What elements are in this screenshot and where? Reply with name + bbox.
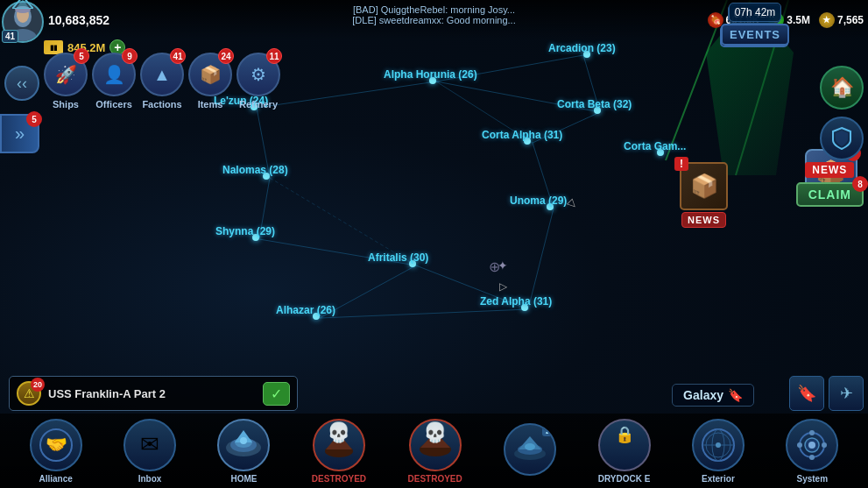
nav-factions[interactable]: ▲ Factions 41: [140, 53, 184, 110]
bottom-inbox[interactable]: ✉ Inbox: [123, 419, 176, 484]
inbox-icon: ✉: [123, 419, 176, 471]
factions-badge: 41: [170, 48, 186, 64]
quest-check-button[interactable]: ✓: [263, 382, 290, 406]
bookmark-icon[interactable]: 🔖: [728, 388, 743, 402]
green-resource-value: 3.5M: [787, 14, 810, 26]
svg-point-49: [808, 442, 815, 449]
notification-badge: 5: [26, 111, 42, 127]
quest-title: USS Franklin-A Part 2: [48, 387, 256, 400]
player-score: 10,683,852: [48, 13, 109, 27]
shield-button[interactable]: [820, 117, 864, 160]
notification-button[interactable]: » 5: [0, 114, 39, 153]
star-system-shynna[interactable]: Shynna (29): [215, 225, 275, 237]
star-system-corta-beta[interactable]: Corta Beta (32): [557, 98, 632, 110]
star-system-unoma[interactable]: Unoma (29): [510, 194, 567, 207]
exterior-icon: [692, 419, 745, 471]
star-system-zed-alpha[interactable]: Zed Alpha (31): [480, 295, 552, 308]
ship-icon-1: ▷: [499, 280, 507, 293]
home-ship-icon: [217, 419, 270, 471]
nav-officers[interactable]: 👤 Officers 9: [92, 53, 136, 110]
chat-line-2: [DLE] sweetdreamxx: Good morning...: [352, 15, 515, 25]
svg-point-47: [809, 455, 815, 460]
resource-gold: ★ 7,565: [819, 12, 864, 28]
svg-point-37: [525, 443, 535, 450]
sleep-badge: Z: [542, 425, 554, 436]
chat-area: [BAD] QuiggtheRebel: morning Josy... [DL…: [352, 4, 515, 25]
home-label: HOME: [230, 474, 257, 484]
right-side-icons: 🏠: [820, 66, 868, 160]
top-stats: 10,683,852: [48, 13, 118, 27]
star-system-nalomas[interactable]: Nalomas (28): [222, 164, 288, 176]
avatar-container[interactable]: 41: [2, 1, 44, 43]
player-level: 41: [2, 30, 18, 43]
galaxy-label: Galaxy 🔖: [672, 384, 754, 407]
svg-point-29: [240, 437, 247, 444]
drydock-icon: 🔒: [598, 419, 651, 471]
destroyed-label-2: DESTROYED: [407, 474, 462, 484]
refinery-badge: 11: [266, 48, 282, 64]
exterior-label: Exterior: [702, 474, 735, 484]
map-move-button[interactable]: ✈: [829, 376, 864, 411]
svg-point-46: [822, 442, 827, 448]
ships-badge: 5: [74, 48, 89, 64]
svg-point-48: [797, 442, 802, 448]
news-crate-icon: 📦 !: [680, 162, 728, 210]
bottom-bar: 🤝 Alliance ✉ Inbox HOME 💀: [0, 414, 868, 488]
officers-badge: 9: [122, 48, 138, 64]
notification-panel: » 5: [0, 114, 39, 153]
probe-icon-2: ⊕: [489, 258, 500, 275]
star-system-alpha-horunia[interactable]: Alpha Horunia (26): [384, 68, 477, 81]
svg-text:🤝: 🤝: [45, 434, 67, 455]
star-system-arcadion[interactable]: Arcadion (23): [548, 42, 616, 54]
back-button[interactable]: ‹‹: [4, 66, 39, 101]
alliance-icon: 🤝: [30, 419, 82, 471]
home-quick-button[interactable]: 🏠: [820, 66, 864, 110]
factions-label: Factions: [142, 99, 181, 110]
map-bookmark-button[interactable]: 🔖: [789, 376, 824, 411]
svg-point-45: [809, 430, 815, 435]
bottom-alliance[interactable]: 🤝 Alliance: [30, 419, 82, 484]
news-box[interactable]: NEWS: [681, 212, 726, 228]
refinery-label: Refinery: [239, 99, 278, 110]
news-button[interactable]: NEWS: [805, 162, 854, 178]
claim-badge: 8: [852, 176, 868, 192]
map-controls: 🔖 ✈: [789, 376, 864, 411]
galaxy-text: Galaxy: [683, 388, 723, 402]
quest-bar: ⚠ 20 USS Franklin-A Part 2 ✓: [9, 376, 298, 411]
destroyed-ship-1-icon: 💀: [313, 419, 365, 471]
nav-ships[interactable]: 🚀 Ships 5: [44, 53, 88, 110]
bottom-system[interactable]: System: [786, 419, 838, 484]
nav-refinery[interactable]: ⚙ Refinery 11: [236, 53, 280, 110]
bottom-exterior[interactable]: Exterior: [692, 419, 745, 484]
star-system-corta-alpha[interactable]: Corta Alpha (31): [482, 129, 562, 141]
chat-line-1: [BAD] QuiggtheRebel: morning Josy...: [352, 4, 515, 15]
events-btn-top[interactable]: EVENTS: [721, 24, 789, 46]
nav-row: ‹‹ 🚀 Ships 5 👤 Officers 9 ▲ Factions 41 …: [0, 53, 280, 110]
map-news-item: 📦 ! NEWS: [680, 162, 728, 228]
exclaim-icon: !: [674, 157, 688, 171]
events-top-area: 07h 42m EVENTS: [721, 3, 789, 46]
nav-items[interactable]: 📦 Items 24: [188, 53, 232, 110]
bottom-home[interactable]: HOME: [217, 419, 270, 484]
gold-resource-value: 7,565: [837, 14, 864, 26]
svg-line-3: [257, 81, 436, 108]
bottom-destroyed-1[interactable]: 💀 DESTROYED: [312, 419, 366, 484]
bottom-sleep-ship[interactable]: Z: [504, 423, 556, 478]
inbox-label: Inbox: [138, 474, 162, 484]
bottom-drydock[interactable]: 🔒 DRYDOCK E: [598, 419, 651, 484]
star-system-alhazar[interactable]: Alhazar (26): [276, 304, 335, 316]
quest-number: 20: [31, 378, 45, 392]
skull-icon-2: 💀: [423, 421, 447, 444]
star-system-corta-gamma[interactable]: Corta Gam...: [624, 140, 686, 152]
bottom-destroyed-2[interactable]: 💀 DESTROYED: [407, 419, 462, 484]
skull-icon-1: 💀: [327, 421, 350, 444]
news-claim-area: NEWS CLAIM 8: [796, 162, 864, 207]
svg-point-42: [716, 442, 721, 448]
destroyed-ship-2-icon: 💀: [409, 419, 462, 471]
star-system-afritalis[interactable]: Afritalis (30): [368, 251, 428, 264]
sleep-ship-icon: Z: [504, 423, 556, 476]
items-badge: 24: [218, 48, 234, 64]
alliance-label: Alliance: [39, 474, 73, 484]
destroyed-label-1: DESTROYED: [312, 474, 366, 484]
system-icon: [786, 419, 838, 471]
